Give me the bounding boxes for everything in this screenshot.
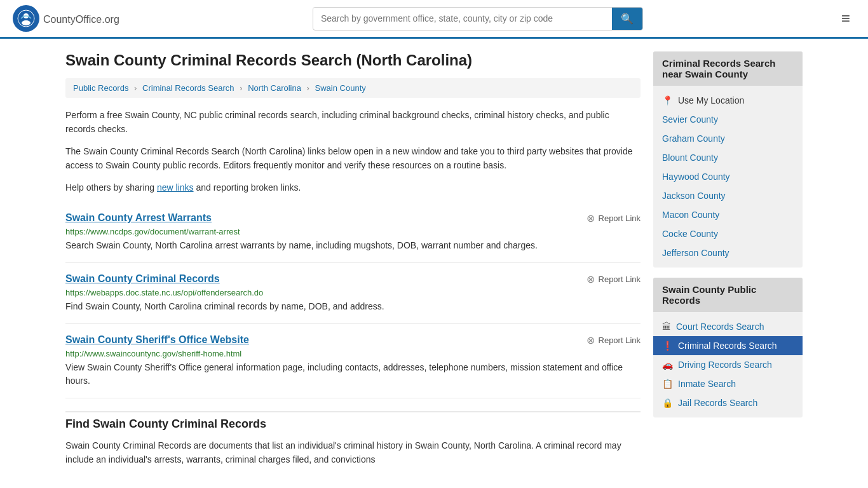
sidebar-county-1[interactable]: Graham County	[653, 129, 803, 148]
sidebar-jail-records[interactable]: 🔒 Jail Records Search	[653, 393, 803, 412]
find-section: Find Swain County Criminal Records Swain…	[65, 411, 641, 467]
hamburger-menu-icon[interactable]: ≡	[836, 7, 855, 30]
sidebar-public-records-links: 🏛 Court Records Search ❗ Criminal Record…	[653, 312, 803, 417]
driving-icon: 🚗	[662, 360, 673, 370]
court-icon: 🏛	[662, 322, 671, 332]
search-input[interactable]	[313, 8, 612, 29]
record-item-0-header: Swain County Arrest Warrants ⊗ Report Li…	[65, 212, 641, 224]
breadcrumb-north-carolina[interactable]: North Carolina	[248, 83, 301, 93]
breadcrumb-swain-county[interactable]: Swain County	[315, 83, 366, 93]
report-icon-2: ⊗	[587, 334, 595, 346]
record-desc-2: View Swain County Sheriff's Office gener…	[65, 361, 641, 388]
sidebar-inmate-search[interactable]: 📋 Inmate Search	[653, 374, 803, 393]
content-wrapper: Swain County Criminal Records Search (No…	[53, 39, 815, 467]
new-links-link[interactable]: new links	[157, 182, 194, 193]
logo-icon	[13, 5, 39, 32]
description-para1: Perform a free Swain County, NC public c…	[65, 108, 641, 137]
criminal-records-label: Criminal Records Search	[678, 341, 777, 351]
desc-para3-post: and reporting broken links.	[194, 182, 301, 193]
breadcrumb-sep-1: ›	[134, 83, 137, 93]
report-label-1: Report Link	[599, 274, 641, 284]
main-content: Swain County Criminal Records Search (No…	[65, 51, 641, 467]
description-para2: The Swain County Criminal Records Search…	[65, 144, 641, 173]
sidebar-public-records-section: Swain County Public Records 🏛 Court Reco…	[653, 278, 803, 417]
criminal-icon: ❗	[662, 341, 673, 351]
find-section-title: Find Swain County Criminal Records	[65, 417, 641, 431]
search-bar: 🔍	[313, 7, 643, 30]
report-label-2: Report Link	[599, 336, 641, 345]
logo-suffix: .org	[102, 14, 119, 25]
inmate-icon: 📋	[662, 379, 673, 389]
sidebar-nearby-links: 📍 Use My Location Sevier County Graham C…	[653, 86, 803, 268]
inmate-search-label: Inmate Search	[678, 379, 736, 389]
report-link-btn-2[interactable]: ⊗ Report Link	[587, 334, 641, 346]
record-title-1[interactable]: Swain County Criminal Records	[65, 273, 220, 285]
record-item-1-header: Swain County Criminal Records ⊗ Report L…	[65, 273, 641, 285]
sidebar-nearby-title: Criminal Records Search near Swain Count…	[653, 51, 803, 86]
use-location-label: Use My Location	[678, 95, 744, 105]
logo-name: CountyOffice	[43, 14, 102, 25]
header: CountyOffice.org 🔍 ≡	[0, 0, 868, 39]
jail-records-label: Jail Records Search	[678, 398, 757, 408]
record-desc-1: Find Swain County, North Carolina crimin…	[65, 300, 641, 313]
record-url-1[interactable]: https://webapps.doc.state.nc.us/opi/offe…	[65, 288, 641, 297]
sidebar-driving-records[interactable]: 🚗 Driving Records Search	[653, 355, 803, 374]
sidebar-public-records-title: Swain County Public Records	[653, 278, 803, 312]
sidebar-county-6[interactable]: Cocke County	[653, 224, 803, 243]
report-link-btn-1[interactable]: ⊗ Report Link	[587, 273, 641, 285]
sidebar-county-3[interactable]: Haywood County	[653, 167, 803, 186]
sidebar-use-location[interactable]: 📍 Use My Location	[653, 91, 803, 110]
report-label-0: Report Link	[599, 214, 641, 223]
record-url-2[interactable]: http://www.swaincountync.gov/sheriff-hom…	[65, 349, 641, 358]
sidebar-county-5[interactable]: Macon County	[653, 205, 803, 224]
breadcrumb: Public Records › Criminal Records Search…	[65, 78, 641, 98]
find-section-text: Swain County Criminal Records are docume…	[65, 438, 641, 467]
record-item-1: Swain County Criminal Records ⊗ Report L…	[65, 263, 641, 324]
sidebar-county-0[interactable]: Sevier County	[653, 110, 803, 129]
record-title-0[interactable]: Swain County Arrest Warrants	[65, 212, 212, 224]
record-url-0[interactable]: https://www.ncdps.gov/document/warrant-a…	[65, 227, 641, 236]
sidebar-criminal-records[interactable]: ❗ Criminal Records Search	[653, 336, 803, 355]
location-pin-icon: 📍	[662, 95, 673, 105]
description-para3: Help others by sharing new links and rep…	[65, 180, 641, 194]
sidebar-county-7[interactable]: Jefferson County	[653, 243, 803, 262]
sidebar-nearby-section: Criminal Records Search near Swain Count…	[653, 51, 803, 268]
court-records-label: Court Records Search	[676, 322, 764, 332]
svg-point-2	[22, 20, 31, 25]
record-desc-0: Search Swain County, North Carolina arre…	[65, 239, 641, 252]
record-title-2[interactable]: Swain County Sheriff's Office Website	[65, 334, 249, 346]
report-icon-0: ⊗	[587, 212, 595, 224]
jail-icon: 🔒	[662, 398, 673, 408]
breadcrumb-sep-3: ›	[307, 83, 309, 93]
desc-para3-pre: Help others by sharing	[65, 182, 157, 193]
logo-text[interactable]: CountyOffice.org	[43, 11, 119, 26]
search-button[interactable]: 🔍	[612, 8, 642, 30]
logo-area: CountyOffice.org	[13, 5, 119, 32]
sidebar-county-2[interactable]: Blount County	[653, 148, 803, 167]
record-item-0: Swain County Arrest Warrants ⊗ Report Li…	[65, 202, 641, 263]
report-link-btn-0[interactable]: ⊗ Report Link	[587, 212, 641, 224]
record-item-2-header: Swain County Sheriff's Office Website ⊗ …	[65, 334, 641, 346]
sidebar-county-4[interactable]: Jackson County	[653, 186, 803, 205]
page-title: Swain County Criminal Records Search (No…	[65, 51, 641, 69]
breadcrumb-public-records[interactable]: Public Records	[73, 83, 128, 93]
records-list: Swain County Arrest Warrants ⊗ Report Li…	[65, 202, 641, 398]
record-item-2: Swain County Sheriff's Office Website ⊗ …	[65, 324, 641, 398]
breadcrumb-criminal-records[interactable]: Criminal Records Search	[142, 83, 234, 93]
breadcrumb-sep-2: ›	[240, 83, 242, 93]
driving-records-label: Driving Records Search	[678, 360, 772, 370]
sidebar-court-records[interactable]: 🏛 Court Records Search	[653, 317, 803, 336]
sidebar: Criminal Records Search near Swain Count…	[653, 51, 803, 467]
report-icon-1: ⊗	[587, 273, 595, 285]
